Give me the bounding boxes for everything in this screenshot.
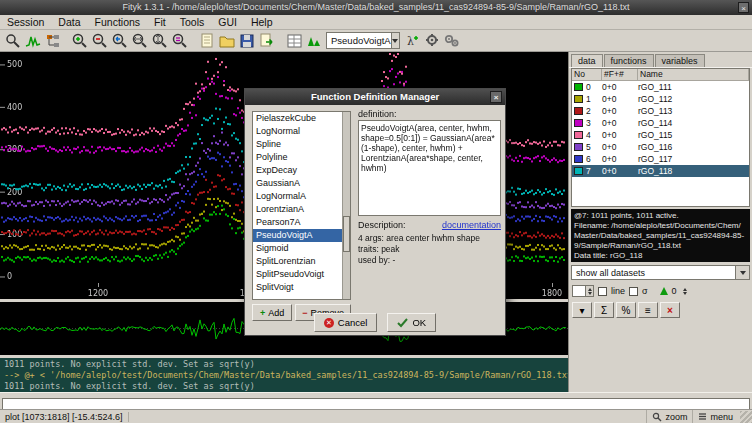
definition-text[interactable]: PseudoVoigtA(area, center, hwhm, shape=0… [358, 120, 501, 216]
data-table-button[interactable] [284, 31, 304, 50]
data-list-button[interactable]: ≡ [638, 302, 658, 318]
dataset-buttons: ▾ Σ % ≡ × [572, 302, 680, 318]
cancel-button[interactable]: ✕ Cancel [314, 313, 378, 332]
delete-dataset-button[interactable]: × [660, 302, 680, 318]
dataset-info-line: Filename: /home/aleplo/test/Documents/Ch… [574, 221, 747, 251]
status-bar: plot [1073:1818] [-15.4:524.6] zoom menu [0, 409, 752, 423]
tab-variables[interactable]: variables [655, 54, 705, 67]
cancel-label: Cancel [338, 317, 368, 328]
dataset-row[interactable]: 50+0rGO_116 [572, 141, 749, 153]
scrollbar-thumb[interactable] [343, 216, 350, 252]
zoom-out-button[interactable] [90, 31, 110, 50]
sigma-checkbox[interactable] [629, 287, 638, 296]
resize-grip[interactable] [740, 411, 752, 423]
dataset-row[interactable]: 30+0rGO_114 [572, 117, 749, 129]
function-type-select[interactable]: PseudoVoigtA [326, 32, 400, 49]
function-tree-button[interactable] [43, 31, 63, 50]
function-list-item[interactable]: ExpDecay [253, 164, 350, 177]
open-file-button[interactable] [217, 31, 237, 50]
dataset-no: 7 [586, 165, 602, 177]
function-list-item[interactable]: SplitVoigt [253, 281, 350, 294]
dataset-name: rGO_116 [638, 141, 749, 153]
data-curve-button[interactable] [23, 31, 43, 50]
dataset-menu-button[interactable]: ▾ [572, 302, 592, 318]
dataset-row[interactable]: 40+0rGO_115 [572, 129, 749, 141]
shift-spinner[interactable] [681, 285, 689, 297]
function-list-item[interactable]: SplitLorentzian [253, 255, 350, 268]
export-button[interactable] [257, 31, 277, 50]
menu-item-session[interactable]: Session [0, 15, 51, 30]
dialog-titlebar[interactable]: Function Definition Manager × [245, 89, 505, 105]
transform-data-button[interactable]: % [616, 302, 636, 318]
dataset-row[interactable]: 60+0rGO_117 [572, 153, 749, 165]
function-list-item[interactable]: Spline [253, 138, 350, 151]
cancel-icon: ✕ [324, 318, 334, 328]
function-list-item[interactable]: PseudoVoigtA [253, 229, 350, 242]
menu-status-button[interactable]: menu [692, 410, 738, 423]
zoom-status-button[interactable]: zoom [646, 410, 692, 423]
settings-gear-button[interactable] [422, 31, 442, 50]
dataset-fz: 0+0 [602, 141, 638, 153]
function-list-scrollbar[interactable] [342, 112, 350, 299]
dataset-name: rGO_112 [638, 93, 749, 105]
dataset-row[interactable]: 70+0rGO_118 [572, 165, 749, 177]
dataset-filter-value: show all datasets [576, 268, 645, 278]
function-list-item[interactable]: LogNormalA [253, 190, 350, 203]
auto-add-button[interactable]: λ [402, 31, 422, 50]
dataset-no: 1 [586, 93, 602, 105]
documentation-link[interactable]: documentation [442, 220, 501, 230]
new-session-button[interactable] [197, 31, 217, 50]
titlebar[interactable]: Fityk 1.3.1 - /home/aleplo/test/Document… [0, 0, 752, 15]
dataset-fz: 0+0 [602, 81, 638, 93]
menu-item-help[interactable]: Help [244, 15, 280, 30]
line-checkbox[interactable] [598, 287, 607, 296]
output-console[interactable]: 1011 points. No explicit std. dev. Set a… [0, 358, 568, 392]
function-list-item[interactable]: SplitPseudoVoigt [253, 268, 350, 281]
add-peak-button[interactable] [304, 31, 324, 50]
function-type-value: PseudoVoigtA [331, 35, 391, 46]
zoom-previous-button[interactable] [110, 31, 130, 50]
zoom-fit-vertical-button[interactable] [170, 31, 190, 50]
zoom-all-button[interactable] [3, 31, 23, 50]
dataset-name: rGO_115 [638, 129, 749, 141]
dataset-row[interactable]: 20+0rGO_113 [572, 105, 749, 117]
function-list-item[interactable]: Pearson7A [253, 216, 350, 229]
close-window-button[interactable]: × [738, 2, 749, 13]
console-output-line: 1011 points. No explicit std. dev. Set a… [4, 381, 564, 392]
ok-button[interactable]: OK [387, 313, 436, 332]
function-list-item[interactable]: LogNormal [253, 125, 350, 138]
save-session-button[interactable] [237, 31, 257, 50]
dataset-info-line: Data title: rGO_118 [574, 251, 747, 261]
dataset-color-swatch [574, 95, 583, 103]
dataset-row[interactable]: 10+0rGO_112 [572, 93, 749, 105]
menu-status-label: menu [710, 412, 733, 422]
dataset-fz: 0+0 [602, 93, 638, 105]
dataset-filter-select[interactable]: show all datasets [571, 265, 750, 280]
function-list-item[interactable]: LorentzianA [253, 203, 350, 216]
dataset-no: 5 [586, 141, 602, 153]
sum-datasets-button[interactable]: Σ [594, 302, 614, 318]
function-list-item[interactable]: PielaszekCube [253, 112, 350, 125]
menu-item-data[interactable]: Data [51, 15, 87, 30]
shift-up-icon[interactable] [660, 287, 668, 295]
function-list-item[interactable]: Polyline [253, 151, 350, 164]
point-size-spinner[interactable] [572, 285, 594, 297]
zoom-horizontal-button[interactable] [130, 31, 150, 50]
dataset-row[interactable]: 00+0rGO_111 [572, 81, 749, 93]
dataset-name: rGO_118 [638, 165, 749, 177]
menu-item-gui[interactable]: GUI [211, 15, 244, 30]
dataset-fz: 0+0 [602, 117, 638, 129]
tab-data[interactable]: data [571, 54, 603, 67]
gui-config-button[interactable] [442, 31, 462, 50]
menu-item-tools[interactable]: Tools [173, 15, 212, 30]
function-definition-manager-dialog: Function Definition Manager × PielaszekC… [244, 88, 506, 336]
function-list-item[interactable]: GaussianA [253, 177, 350, 190]
function-list[interactable]: PielaszekCubeLogNormalSplinePolylineExpD… [252, 111, 351, 300]
function-list-item[interactable]: Sigmoid [253, 242, 350, 255]
menu-item-fit[interactable]: Fit [147, 15, 173, 30]
zoom-in-button[interactable] [70, 31, 90, 50]
tab-functions[interactable]: functions [604, 54, 654, 67]
menu-item-functions[interactable]: Functions [88, 15, 148, 30]
dialog-close-button[interactable]: × [490, 91, 502, 103]
zoom-vertical-button[interactable] [150, 31, 170, 50]
